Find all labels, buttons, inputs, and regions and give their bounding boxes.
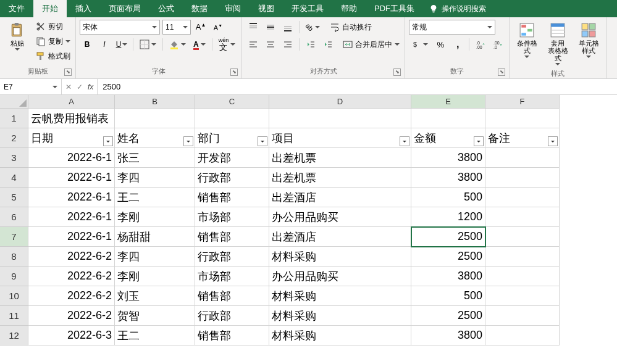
cell-amount[interactable]: 3800 [411,326,485,345]
cell-amount[interactable]: 2500 [411,306,485,326]
cell-name[interactable]: 刘玉 [115,286,195,306]
cell-note[interactable] [485,286,560,306]
row-header-5[interactable]: 5 [0,188,28,207]
column-header-B[interactable]: B [115,95,195,109]
cell-date[interactable]: 2022-6-2 [28,286,115,306]
increase-indent-button[interactable] [321,37,335,52]
tab-view[interactable]: 视图 [250,0,283,17]
cell-amount[interactable]: 3800 [411,168,485,188]
decrease-font-button[interactable]: A▼ [211,20,225,35]
cell-name[interactable]: 贺智 [115,306,195,326]
cell-dept[interactable]: 行政部 [195,168,269,188]
cell-amount[interactable]: 2500 [411,227,485,247]
cell-styles-button[interactable]: 单元格样式 [575,20,602,60]
tab-home[interactable]: 开始 [33,0,67,17]
header-cell-2[interactable]: 部门 [195,128,269,148]
orientation-button[interactable]: ab [303,20,322,35]
cell-date[interactable]: 2022-6-1 [28,207,115,227]
cell-note[interactable] [485,267,560,286]
cell-dept[interactable]: 开发部 [195,148,269,168]
row-header-11[interactable]: 11 [0,306,28,326]
accounting-format-button[interactable]: $ [409,37,430,52]
filter-dropdown-button[interactable] [400,136,409,146]
merge-center-button[interactable]: 合并后居中 [342,38,401,51]
decrease-indent-button[interactable] [303,37,318,52]
cell-note[interactable] [485,148,560,168]
cell-date[interactable]: 2022-6-2 [28,306,115,326]
filter-dropdown-button[interactable] [103,136,113,146]
italic-button[interactable]: I [97,37,112,52]
cell-item[interactable]: 材料采购 [269,247,411,267]
align-right-button[interactable] [280,37,295,52]
dialog-launcher-icon[interactable]: ⬊ [64,68,72,76]
cell-note[interactable] [485,326,560,345]
cell-item[interactable]: 办公用品购买 [269,267,411,286]
comma-format-button[interactable]: , [450,37,465,52]
row-header-4[interactable]: 4 [0,168,28,188]
name-box[interactable]: E7 [0,79,62,94]
font-size-combo[interactable]: 11 [162,20,191,35]
cell-amount[interactable]: 500 [411,188,485,207]
tell-me-search[interactable]: 操作说明搜索 [423,0,492,17]
align-middle-button[interactable] [263,20,278,35]
cell-title[interactable]: 云帆费用报销表 [28,109,115,128]
cell-dept[interactable]: 销售部 [195,326,269,345]
dialog-launcher-icon[interactable]: ⬊ [393,68,401,76]
header-cell-4[interactable]: 金额 [411,128,485,148]
filter-dropdown-button[interactable] [258,136,267,146]
percent-format-button[interactable]: % [433,37,448,52]
cell-date[interactable]: 2022-6-2 [28,267,115,286]
column-header-E[interactable]: E [411,95,485,109]
cell-item[interactable]: 出差酒店 [269,227,411,247]
tab-insert[interactable]: 插入 [67,0,100,17]
align-left-button[interactable] [246,37,261,52]
cell-date[interactable]: 2022-6-3 [28,326,115,345]
cell-note[interactable] [485,227,560,247]
row-header-7[interactable]: 7 [0,227,28,247]
tab-data[interactable]: 数据 [183,0,216,17]
cell-amount[interactable]: 500 [411,286,485,306]
cell-date[interactable]: 2022-6-1 [28,188,115,207]
cell-date[interactable]: 2022-6-1 [28,168,115,188]
align-center-button[interactable] [263,37,278,52]
row-header-3[interactable]: 3 [0,148,28,168]
cell[interactable] [485,109,560,128]
column-header-F[interactable]: F [485,95,560,109]
increase-font-button[interactable]: A▲ [193,20,208,35]
cell-date[interactable]: 2022-6-1 [28,148,115,168]
header-cell-1[interactable]: 姓名 [115,128,195,148]
align-top-button[interactable] [246,20,261,35]
cell-item[interactable]: 办公用品购买 [269,207,411,227]
row-header-2[interactable]: 2 [0,128,28,148]
filter-dropdown-button[interactable] [183,136,193,146]
tab-developer[interactable]: 开发工具 [283,0,332,17]
dialog-launcher-icon[interactable]: ⬊ [498,68,505,76]
dialog-launcher-icon[interactable]: ⬊ [230,68,238,76]
format-as-table-button[interactable]: 套用 表格格式 [544,20,571,68]
enter-formula-button[interactable]: ✓ [77,83,83,91]
cell-dept[interactable]: 行政部 [195,306,269,326]
cell-amount[interactable]: 3800 [411,148,485,168]
cell-name[interactable]: 王二 [115,326,195,345]
copy-button[interactable]: 复制 [35,35,72,48]
cell[interactable] [269,109,411,128]
row-header-6[interactable]: 6 [0,207,28,227]
font-color-button[interactable]: A [191,37,208,52]
underline-button[interactable]: U [114,37,129,52]
header-cell-3[interactable]: 项目 [269,128,411,148]
cell-amount[interactable]: 1200 [411,207,485,227]
cell-name[interactable]: 王二 [115,188,195,207]
paste-button[interactable]: 粘贴 [4,20,31,53]
cell-note[interactable] [485,306,560,326]
column-header-A[interactable]: A [28,95,115,109]
conditional-formatting-button[interactable]: 条件格式 [513,20,540,60]
bold-button[interactable]: B [80,37,94,52]
cell-amount[interactable]: 2500 [411,247,485,267]
cell-name[interactable]: 杨甜甜 [115,227,195,247]
cell-date[interactable]: 2022-6-2 [28,247,115,267]
cell-item[interactable]: 出差酒店 [269,188,411,207]
filter-dropdown-button[interactable] [474,136,484,146]
cell-dept[interactable]: 销售部 [195,286,269,306]
cell-item[interactable]: 材料采购 [269,286,411,306]
cell-name[interactable]: 李刚 [115,267,195,286]
